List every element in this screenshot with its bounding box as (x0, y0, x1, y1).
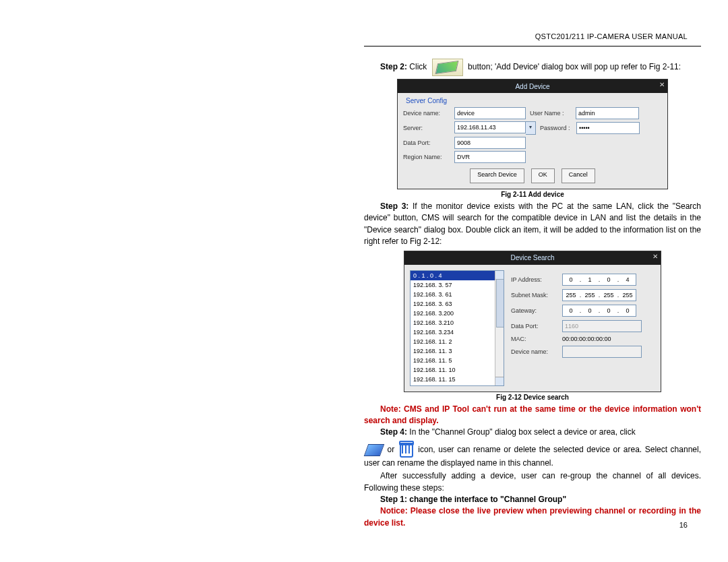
list-item[interactable]: 192.168. 11. 5 (411, 356, 504, 365)
mask-label: Subnet Mask: (511, 292, 558, 299)
mac-value: 00:00:00:00:00:00 (562, 336, 611, 342)
dialog-titlebar: Add Device ✕ (398, 80, 667, 93)
user-name-input[interactable]: admin (576, 107, 639, 119)
server-label: Server: (403, 125, 450, 131)
step2-text: Step 2: Click button; 'Add Device' dialo… (364, 59, 701, 76)
list-item[interactable]: 192.168. 3.234 (411, 327, 504, 337)
step4-icons: or icon, user can rename or delete the s… (364, 443, 701, 469)
data-port-label: Data Port: (403, 139, 450, 146)
step3-text: Step 3: If the monitor device exists wit… (364, 201, 701, 248)
data-port-field: 1160 (562, 320, 642, 332)
page-number: 16 (679, 521, 688, 529)
search-device-button[interactable]: Search Device (470, 168, 524, 183)
add-device-icon (432, 59, 463, 76)
close-icon[interactable]: ✕ (653, 253, 658, 260)
device-search-dialog: Device Search ✕ 0 . 1 . 0 . 4 192.168. 3… (404, 251, 661, 392)
dialog-title: Add Device (398, 83, 667, 90)
data-port-label: Data Port: (511, 323, 558, 330)
caption-2: Fig 2-12 Device search (364, 394, 701, 401)
list-item[interactable]: 192.168. 11. 10 (411, 365, 504, 375)
mac-label: MAC: (511, 336, 558, 342)
list-item[interactable]: 192.168. 3. 57 (411, 280, 504, 290)
delete-icon (400, 443, 413, 458)
device-name-label: Device name: (511, 348, 558, 355)
region-label: Region Name: (403, 154, 450, 160)
caption-1: Fig 2-11 Add device (364, 191, 701, 198)
dialog-title: Device Search (404, 254, 661, 261)
close-icon[interactable]: ✕ (659, 81, 665, 88)
add-device-dialog: Add Device ✕ Server Config Device name: … (397, 79, 668, 189)
data-port-input[interactable]: 9008 (454, 137, 526, 149)
rename-icon (364, 444, 385, 456)
device-name-label: Device name: (403, 110, 450, 117)
group-label: Server Config (406, 97, 662, 104)
password-label: Password : (540, 125, 572, 131)
ok-button[interactable]: OK (531, 168, 555, 183)
list-item[interactable]: 192.168. 11. 15 (411, 375, 504, 384)
password-input[interactable]: ••••• (576, 122, 640, 134)
gateway-input[interactable]: 0. 0. 0. 0 (562, 305, 636, 317)
scrollbar[interactable] (495, 271, 504, 385)
chevron-down-icon[interactable]: ▾ (526, 121, 536, 135)
dialog-titlebar: Device Search ✕ (404, 251, 661, 265)
notice-text: Notice: Please close the live preview wh… (364, 505, 701, 529)
manual-title: QSTC201/211 IP-CAMERA USER MANUAL (364, 32, 701, 40)
region-input[interactable]: DVR (454, 151, 526, 163)
step4-text: Step 4: In the "Channel Group" dialog bo… (364, 427, 701, 438)
list-item[interactable]: 192.168. 11. 3 (411, 346, 504, 356)
note-text: Note: CMS and IP Tool can't run at the s… (364, 404, 701, 427)
step1b-text: Step 1: change the interface to "Channel… (364, 494, 701, 505)
ip-input[interactable]: 0. 1. 0. 4 (562, 274, 636, 286)
server-combo[interactable]: 192.168.11.43 ▾ (454, 121, 536, 135)
list-item[interactable]: 192.168. 3.200 (411, 309, 504, 318)
ip-label: IP Address: (511, 276, 558, 283)
list-item[interactable]: 192.168. 3. 61 (411, 290, 504, 299)
header-rule (364, 46, 701, 46)
gw-label: Gateway: (511, 307, 558, 314)
cancel-button[interactable]: Cancel (562, 168, 595, 183)
scrollbar-thumb[interactable] (496, 279, 504, 327)
list-item[interactable]: 192.168. 3. 63 (411, 299, 504, 309)
list-item[interactable]: 192.168. 11. 2 (411, 337, 504, 346)
list-item[interactable]: 0 . 1 . 0 . 4 (411, 271, 504, 280)
device-name-field (562, 346, 642, 358)
after-add-text: After successfully adding a device, user… (364, 470, 701, 494)
device-name-input[interactable]: device (454, 107, 526, 119)
device-listbox[interactable]: 0 . 1 . 0 . 4 192.168. 3. 57 192.168. 3.… (410, 270, 504, 386)
mask-input[interactable]: 255. 255. 255. 255 (562, 289, 636, 301)
list-item[interactable]: 192.168. 3.210 (411, 318, 504, 327)
user-name-label: User Name : (530, 110, 572, 117)
